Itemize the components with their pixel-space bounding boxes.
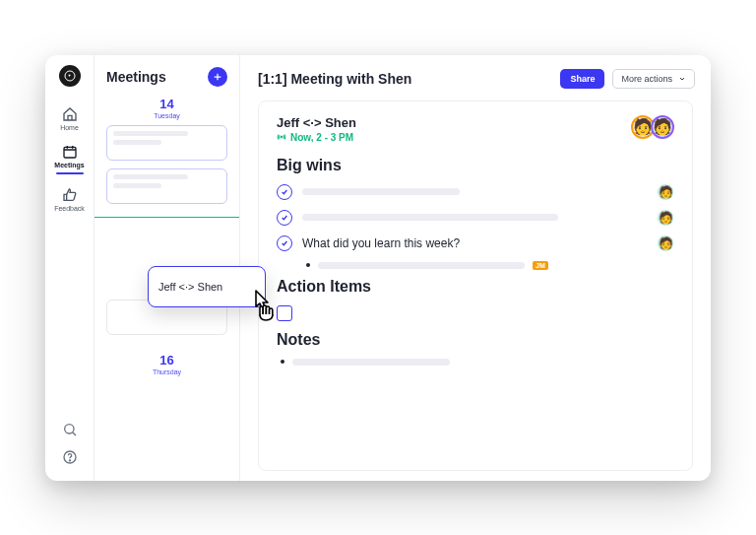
thumbs-up-icon [62, 187, 78, 203]
svg-point-4 [69, 459, 70, 460]
checklist-item[interactable]: 🧑 [277, 184, 674, 200]
bullet-icon [281, 360, 284, 364]
svg-point-2 [64, 424, 73, 433]
day-num: 16 [106, 353, 227, 368]
nav-meetings[interactable]: Meetings [45, 138, 94, 181]
meeting-card: Jeff <·> Shen Now, 2 - 3 PM 🧑 🧑 Big wins [258, 100, 693, 471]
nav-active-underline [56, 172, 84, 174]
sub-bullet[interactable]: JM [277, 261, 674, 270]
more-actions-button[interactable]: More actions [612, 69, 695, 89]
section-notes-title: Notes [277, 331, 674, 349]
day-name: Thursday [106, 368, 227, 375]
meeting-timing: Now, 2 - 3 PM [277, 132, 356, 143]
placeholder-line [113, 131, 188, 136]
now-indicator-line [94, 217, 239, 218]
checklist-item[interactable]: What did you learn this week? 🧑 [277, 235, 674, 251]
popover-label: Jeff <·> Shen [158, 281, 222, 293]
home-icon [62, 106, 78, 122]
assignee-avatar[interactable]: 🧑 [657, 234, 674, 252]
checklist-item[interactable]: 🧑 [277, 210, 674, 226]
check-circle-icon[interactable] [277, 235, 292, 251]
list-title: Meetings [106, 69, 166, 85]
share-button[interactable]: Share [560, 69, 604, 89]
add-meeting-button[interactable] [208, 67, 227, 87]
app-window: Home Meetings Feedback Meetings [45, 55, 711, 481]
bullet-icon [306, 263, 310, 267]
nav-meetings-label: Meetings [54, 162, 84, 168]
live-icon [277, 132, 286, 142]
meeting-slot[interactable] [106, 125, 227, 161]
search-icon[interactable] [62, 422, 78, 437]
compass-icon [64, 70, 76, 82]
meeting-popover[interactable]: Jeff <·> Shen [148, 266, 266, 307]
nav-home[interactable]: Home [45, 100, 94, 138]
nav-rail-bottom [62, 422, 78, 471]
timing-text: Now, 2 - 3 PM [290, 132, 353, 143]
avatar[interactable]: 🧑 [651, 115, 674, 139]
checklist-item-text: What did you learn this week? [302, 236, 460, 250]
app-logo [59, 65, 81, 87]
check-circle-icon[interactable] [277, 210, 292, 226]
user-tag: JM [533, 261, 548, 270]
participant-avatars: 🧑 🧑 [635, 115, 674, 139]
note-bullet[interactable] [277, 359, 674, 366]
check-circle-icon[interactable] [277, 184, 292, 200]
placeholder-line [113, 174, 188, 179]
svg-rect-1 [64, 147, 76, 158]
placeholder-line [113, 183, 161, 188]
main-content: Jeff <·> Shen Now, 2 - 3 PM 🧑 🧑 Big wins [240, 100, 711, 481]
section-action-title: Action Items [277, 278, 674, 296]
assignee-avatar[interactable]: 🧑 [657, 183, 674, 201]
assignee-avatar[interactable]: 🧑 [657, 209, 674, 227]
help-icon[interactable] [62, 449, 78, 465]
checklist-item[interactable] [277, 305, 674, 321]
plus-icon [213, 72, 222, 82]
page-title: [1:1] Meeting with Shen [258, 71, 411, 87]
list-header: Meetings [94, 55, 239, 97]
placeholder-line [302, 188, 460, 195]
meeting-slot[interactable] [106, 168, 227, 204]
placeholder-line [113, 140, 161, 145]
nav-feedback[interactable]: Feedback [45, 181, 94, 219]
card-header: Jeff <·> Shen Now, 2 - 3 PM 🧑 🧑 [277, 115, 674, 143]
header-actions: Share More actions [560, 69, 695, 89]
day-header-thursday: 16 Thursday [106, 353, 227, 375]
main-header: [1:1] Meeting with Shen Share More actio… [240, 55, 711, 100]
chevron-down-icon [678, 75, 686, 83]
participants-title: Jeff <·> Shen [277, 115, 356, 130]
day-name: Tuesday [106, 112, 227, 119]
placeholder-line [302, 214, 558, 221]
main-column: [1:1] Meeting with Shen Share More actio… [240, 55, 711, 481]
placeholder-line [318, 262, 525, 269]
calendar-icon [62, 144, 78, 160]
day-header-tuesday: 14 Tuesday [106, 97, 227, 119]
placeholder-line [292, 359, 450, 366]
day-num: 14 [106, 97, 227, 111]
nav-rail: Home Meetings Feedback [45, 55, 94, 481]
svg-point-5 [281, 136, 282, 137]
pointer-cursor-icon [250, 287, 284, 328]
nav-feedback-label: Feedback [54, 205, 85, 212]
more-actions-label: More actions [621, 74, 672, 84]
nav-home-label: Home [60, 124, 79, 131]
section-bigwins-title: Big wins [277, 157, 674, 174]
